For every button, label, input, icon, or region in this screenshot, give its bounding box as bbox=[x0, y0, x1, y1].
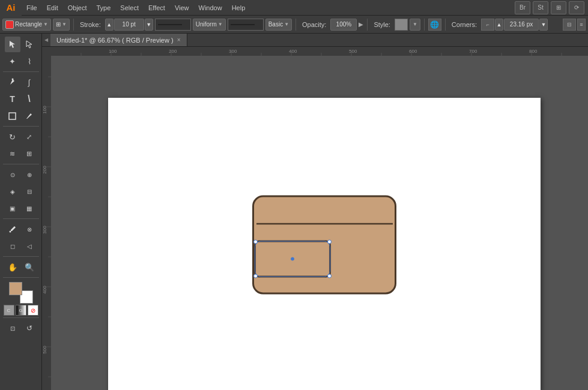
rect-tool[interactable] bbox=[5, 108, 20, 124]
toolbar: Rectangle ▼ ⊞ ▼ Stroke: ▲ 10 pt ▼ Unifor… bbox=[0, 16, 588, 34]
bridge-icon[interactable]: Br bbox=[515, 1, 530, 14]
menu-view[interactable]: View bbox=[170, 0, 194, 15]
svg-text:200: 200 bbox=[169, 49, 177, 54]
zoom-tool[interactable]: 🔍 bbox=[22, 259, 37, 275]
handle-top-right[interactable] bbox=[327, 240, 332, 244]
eraser-tool[interactable]: ◁ bbox=[22, 238, 37, 254]
stroke-style-swatch[interactable] bbox=[228, 19, 264, 31]
style-swatch[interactable] bbox=[395, 19, 408, 31]
free-transform-tool[interactable]: ⊞ bbox=[22, 146, 37, 161]
color-mode-btn[interactable]: C bbox=[4, 305, 14, 316]
tabbar: ◀ Untitled-1* @ 66.67% ( RGB / Preview )… bbox=[42, 34, 588, 47]
document-tab[interactable]: Untitled-1* @ 66.67% ( RGB / Preview ) × bbox=[50, 34, 187, 46]
ruler-v-svg: 100 200 300 400 500 bbox=[42, 47, 51, 390]
transform-icon: ⊞ bbox=[56, 21, 61, 28]
corners-down-arrow[interactable]: ▼ bbox=[541, 22, 547, 28]
arrange-icon[interactable]: ⊟ bbox=[563, 19, 576, 31]
wallet-card-slot[interactable] bbox=[254, 241, 331, 278]
shape-label: Rectangle bbox=[15, 21, 42, 28]
chart-tool[interactable]: ▦ bbox=[22, 200, 37, 216]
style-selector[interactable]: ▼ bbox=[410, 19, 420, 31]
opacity-expand-icon[interactable]: ▶ bbox=[359, 21, 363, 28]
globe-icon[interactable]: 🌐 bbox=[428, 19, 441, 31]
menu-items: File Edit Object Type Select Effect View… bbox=[22, 0, 250, 15]
none-mode-btn[interactable]: ⊘ bbox=[28, 305, 38, 316]
tool-row-type: T \ bbox=[5, 91, 37, 107]
menu-help[interactable]: Help bbox=[227, 0, 250, 15]
stroke-up-arrow[interactable]: ▲ bbox=[106, 22, 112, 28]
curvature-tool[interactable]: ∫ bbox=[22, 74, 37, 90]
workspace-icon[interactable]: ⊞ bbox=[551, 1, 566, 14]
stroke-type-selector[interactable]: Uniform ▼ bbox=[193, 19, 226, 31]
rotate-tool[interactable]: ↻ bbox=[5, 129, 20, 145]
more-icon[interactable]: ≡ bbox=[577, 19, 586, 31]
menu-window[interactable]: Window bbox=[194, 0, 227, 15]
gradient-tool[interactable]: ▣ bbox=[5, 200, 20, 216]
tool-row-pen: ∫ bbox=[5, 74, 37, 90]
tab-close-button[interactable]: × bbox=[177, 37, 181, 43]
tab-arrow-left[interactable]: ◀ bbox=[42, 34, 50, 46]
menu-select[interactable]: Select bbox=[115, 0, 144, 15]
opacity-value[interactable]: 100% bbox=[330, 19, 357, 31]
svg-text:500: 500 bbox=[349, 49, 357, 54]
canvas-area[interactable]: 100 200 300 400 500 600 700 800 bbox=[42, 47, 588, 390]
stroke-line bbox=[158, 24, 182, 25]
sep-tools-4 bbox=[3, 218, 39, 219]
corners-spinner-up[interactable]: ▲ bbox=[495, 19, 503, 31]
stroke-value[interactable]: 10 pt bbox=[114, 19, 144, 31]
warp-tool[interactable]: ≋ bbox=[5, 146, 20, 161]
stroke-style-selector[interactable]: Basic ▼ bbox=[265, 19, 292, 31]
eyedropper-tool[interactable] bbox=[5, 221, 20, 237]
shape-selector[interactable]: Rectangle ▼ bbox=[2, 19, 51, 31]
direct-selection-tool[interactable] bbox=[22, 37, 37, 52]
hand-tool[interactable]: ✋ bbox=[5, 259, 20, 275]
handle-bottom-left[interactable] bbox=[253, 274, 258, 278]
corners-spinner-down[interactable]: ▼ bbox=[539, 19, 548, 31]
magic-wand-tool[interactable]: ✦ bbox=[5, 53, 20, 69]
puppet-warp-tool[interactable]: ⊙ bbox=[5, 167, 20, 182]
menubar-right: Br St ⊞ ⟳ bbox=[515, 1, 588, 14]
svg-rect-3 bbox=[51, 47, 588, 56]
live-paint-tool[interactable]: ◈ bbox=[5, 184, 20, 199]
svg-rect-1 bbox=[9, 113, 16, 119]
gradient-mode-btn[interactable]: G bbox=[16, 305, 26, 316]
menu-type[interactable]: Type bbox=[92, 0, 116, 15]
menu-object[interactable]: Object bbox=[63, 0, 92, 15]
scale-tool[interactable]: ⤢ bbox=[22, 129, 37, 145]
pen-tool[interactable] bbox=[5, 74, 20, 90]
rotate-view-tool[interactable]: ↺ bbox=[22, 320, 37, 336]
menu-effect[interactable]: Effect bbox=[144, 0, 170, 15]
slice-tool[interactable]: ◻ bbox=[5, 238, 20, 254]
type-tool[interactable]: T bbox=[5, 91, 20, 107]
selection-tool[interactable] bbox=[5, 37, 20, 52]
svg-text:700: 700 bbox=[469, 49, 477, 54]
corners-icon: ⌐ bbox=[481, 19, 494, 31]
lasso-tool[interactable]: ⌇ bbox=[22, 53, 37, 69]
foreground-color-swatch[interactable] bbox=[9, 282, 22, 295]
sync-icon[interactable]: ⟳ bbox=[569, 1, 584, 14]
stroke-controls: ▲ 10 pt ▼ bbox=[105, 19, 153, 31]
line-tool[interactable]: \ bbox=[22, 91, 37, 107]
transform-selector[interactable]: ⊞ ▼ bbox=[53, 19, 70, 31]
stroke-spinner-down[interactable]: ▼ bbox=[145, 19, 153, 31]
handle-top-left[interactable] bbox=[253, 240, 258, 244]
artwork bbox=[252, 196, 396, 295]
artboard-tool[interactable]: ⊡ bbox=[5, 320, 20, 336]
corners-value[interactable]: 23.16 px bbox=[504, 19, 539, 31]
handle-bottom-right[interactable] bbox=[327, 274, 332, 278]
stroke-down-arrow[interactable]: ▼ bbox=[146, 22, 151, 28]
stock-icon[interactable]: St bbox=[533, 1, 548, 14]
ruler-h-svg: 100 200 300 400 500 600 700 800 bbox=[51, 47, 588, 56]
stroke-spinner-up[interactable]: ▲ bbox=[105, 19, 114, 31]
menu-edit[interactable]: Edit bbox=[42, 0, 63, 15]
shape-builder-tool[interactable]: ⊕ bbox=[22, 167, 37, 182]
blend-tool[interactable]: ⊗ bbox=[22, 221, 37, 237]
wallet-body bbox=[252, 196, 396, 295]
paintbrush-tool[interactable] bbox=[22, 108, 37, 124]
menu-file[interactable]: File bbox=[22, 0, 42, 15]
stroke-swatch[interactable] bbox=[155, 19, 191, 31]
mesh-tool[interactable]: ⊟ bbox=[22, 184, 37, 199]
corners-up-arrow[interactable]: ▲ bbox=[497, 22, 502, 28]
style-label: Style: bbox=[371, 21, 393, 28]
sep3 bbox=[367, 19, 368, 31]
